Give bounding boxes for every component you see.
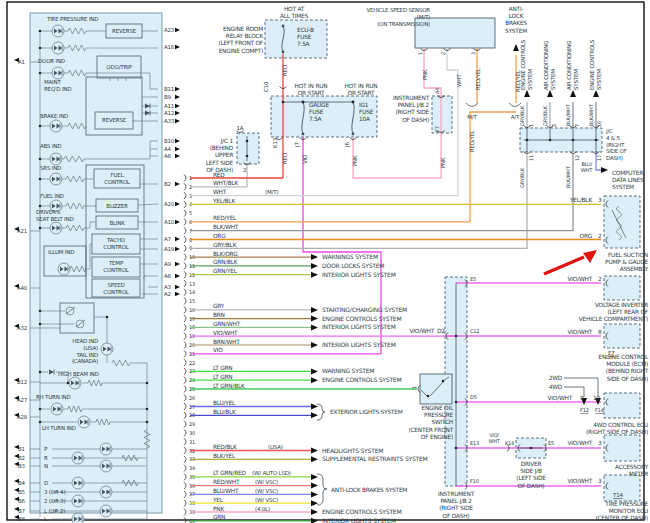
arrow-up-icon [570,90,576,97]
diagram-label: A3 [164,284,172,290]
cluster-pin-arrow-icon [175,202,180,207]
diagram-label: VIO/WHT [568,329,593,335]
red-annotation-arrow [544,257,584,274]
diagram-label: RED [282,153,288,164]
junction-dot [39,205,42,208]
system-arrow-icon [311,404,318,410]
diagram-label: BLINK [109,220,125,226]
junction-dot [427,395,430,398]
diagram-label: 4WD [549,384,563,390]
pin-bracket [184,500,186,507]
junction-dot [526,139,529,142]
junction-dot [146,421,149,424]
system-label: INTERIOR LIGHTS SYSTEM [322,271,396,278]
diagram-label: GRY/BLK [542,105,548,126]
wire-color-label: RED/BLK [213,444,237,450]
system-label: WARNINGS SYSTEM [322,253,378,260]
diagram-label: 9 [580,395,584,401]
pin-bracket [184,280,186,287]
system-arrow-icon [311,474,318,480]
diagram-label: VIO/WHT [568,440,593,446]
diagram-label: VIO/WHT [410,328,435,334]
pin-bracket [184,509,186,516]
diagram-label: C12 [470,328,479,334]
wire-color-label: GRY/BLK [213,242,237,248]
diagram-label: TIRE PRESSUREMONITOR ECU(CENTER OF DASH) [595,501,648,521]
brace-icon [466,103,478,107]
junction-dot [442,380,445,383]
diagram-label: A9 [164,261,172,267]
diagram-label: HIGH BEAM IND [58,371,99,377]
wire-color-label: RED/WHT [213,479,240,485]
diagram-label: 2WD [549,375,563,381]
junction-dot [282,101,285,104]
system-arrow-icon [311,377,318,383]
wire-color-label: GRN [213,514,225,520]
system-label: DOOR LOCKS SYSTEM [322,262,384,269]
component-box [237,133,259,164]
cluster-pin-arrow-icon [175,262,180,267]
system-label: ENGINE CONTROLS SYSTEM [322,376,401,383]
cluster-pin-arrow-icon [175,220,180,225]
diagram-label: 3 [598,197,602,203]
diagram-label: REVERSE [102,117,127,123]
wire-color-label: BLU/BLK [213,409,236,415]
cluster-pin-arrow-icon [175,274,180,279]
diagram-label: 8 [598,329,602,335]
red-annotation-arrow [583,250,597,263]
diagram-label: ILLUM IND [48,249,74,255]
system-arrow-icon [311,342,318,348]
wire-color-label: PNK [213,506,224,512]
wire-color-label: LT GRN/BLK [213,383,245,389]
junction-dot [549,139,552,142]
arrow-right-icon [601,167,608,173]
wire-color-label: YEL/BLK [212,198,235,204]
diagram-label: B9 [164,94,172,100]
diagram-label: J/C 1(BEHINDUPPERLEFT SIDEOF DASH) [206,138,234,173]
diagram-label: HEAD IND(USA)TAIL IND(CANADA) [72,338,98,364]
diagram-label: RED [282,65,288,76]
diagram-label: AIR CONDITIONINGSYSTEM [566,41,579,90]
diagram-label: A23 [164,27,175,33]
system-arrow-icon [311,263,318,269]
diagram-label: A2 [164,291,171,297]
diagram-label: F10 [470,478,479,484]
system-arrow-icon [311,518,318,523]
system-arrow-icon [311,483,318,489]
junction-dot [39,408,42,411]
diagram-label: PNK [352,155,358,166]
diagram-label: D [44,480,48,486]
wire-color-label: BLK/ORG [213,251,238,257]
system-arrow-icon [311,307,318,313]
diagram-label: B11 [164,86,174,92]
pin-bracket [184,262,186,269]
pin-bracket [184,350,186,357]
cluster-pin-arrow-icon [175,104,180,109]
system-arrow-icon [311,491,318,497]
junction-dot [39,323,42,326]
diagram-label: 3 (OR 4) [44,489,65,495]
pin-bracket [184,175,186,182]
diagram-label: AIR CONDITIONINGSYSTEM [543,41,556,90]
diagram-label: 2 [598,233,602,239]
junction-dot [246,155,249,158]
diagram-label: K13 [272,137,278,148]
diagram-label: DRIVERSIDE J/B(LEFT SIDEOF DASH) [516,461,546,489]
diagram-label: B7 [18,508,26,514]
diagram-label: RH TURN IND [36,394,71,400]
diagram-label: ENGINE CONTROLMODULE (ECM)(BEHIND RIGHTS… [598,354,649,382]
diagram-label: A19 [164,246,175,252]
diagram-label: GRY/BLK [519,167,525,188]
wire-note: (W/ VSC) [255,497,278,503]
diagram-label: 12 [574,155,580,161]
system-arrow-icon [311,448,318,454]
diagram-label: TIRE PRESSURE IND [46,16,98,22]
diagram-label: T14 [612,492,623,498]
diagram-label: WHT [456,74,462,87]
pin-number: 22 [189,360,195,366]
pin-bracket [184,298,186,305]
pin-number: 31 [189,439,195,445]
diagram-label: LH TURN IND [42,425,76,431]
fuse-terminal [352,133,355,136]
diagram-label: E13 [470,440,479,446]
